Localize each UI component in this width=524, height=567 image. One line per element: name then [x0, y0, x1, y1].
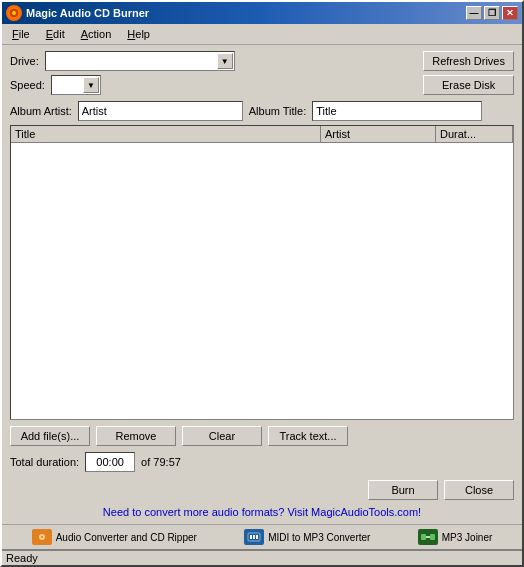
title-bar: Magic Audio CD Burner — ❐ ✕ [2, 2, 522, 24]
bottom-item-cd-ripper[interactable]: Audio Converter and CD Ripper [32, 529, 197, 545]
svg-rect-8 [256, 535, 258, 539]
main-content: Drive: ▼ Speed: ▼ Refresh Drives Erase D… [2, 45, 522, 524]
svg-rect-9 [421, 534, 426, 540]
window-controls: — ❐ ✕ [466, 6, 518, 20]
track-buttons: Add file(s)... Remove Clear Track text..… [10, 426, 514, 446]
app-icon [6, 5, 22, 21]
of-label: of 79:57 [141, 456, 181, 468]
speed-row: Speed: ▼ [10, 75, 423, 95]
midi-label: MIDI to MP3 Converter [268, 532, 370, 543]
svg-point-1 [12, 11, 16, 15]
drive-row: Drive: ▼ [10, 51, 423, 71]
speed-combo[interactable]: ▼ [51, 75, 101, 95]
total-duration-label: Total duration: [10, 456, 79, 468]
burn-button[interactable]: Burn [368, 480, 438, 500]
restore-button[interactable]: ❐ [484, 6, 500, 20]
left-controls: Drive: ▼ Speed: ▼ [10, 51, 423, 95]
main-window: Magic Audio CD Burner — ❐ ✕ File Edit Ac… [0, 0, 524, 567]
minimize-button[interactable]: — [466, 6, 482, 20]
cd-ripper-label: Audio Converter and CD Ripper [56, 532, 197, 543]
close-window-button[interactable]: Close [444, 480, 514, 500]
album-artist-input[interactable] [78, 101, 243, 121]
table-body [11, 143, 513, 419]
status-bar: Ready [2, 549, 522, 565]
joiner-icon [418, 529, 438, 545]
menu-help[interactable]: Help [121, 26, 156, 42]
col-duration: Durat... [436, 126, 513, 142]
table-header: Title Artist Durat... [11, 126, 513, 143]
track-text-button[interactable]: Track text... [268, 426, 348, 446]
svg-rect-7 [253, 535, 255, 539]
drive-combo-arrow[interactable]: ▼ [217, 53, 233, 69]
col-title: Title [11, 126, 321, 142]
clear-button[interactable]: Clear [182, 426, 262, 446]
menu-edit[interactable]: Edit [40, 26, 71, 42]
add-files-button[interactable]: Add file(s)... [10, 426, 90, 446]
bottom-app-bar: Audio Converter and CD Ripper MIDI to MP… [2, 524, 522, 549]
speed-label: Speed: [10, 79, 45, 91]
cd-ripper-icon [32, 529, 52, 545]
promo-link[interactable]: Need to convert more audio formats? Visi… [10, 506, 514, 518]
joiner-label: MP3 Joiner [442, 532, 493, 543]
album-artist-label: Album Artist: [10, 105, 72, 117]
status-text: Ready [6, 552, 38, 564]
bottom-item-midi[interactable]: MIDI to MP3 Converter [244, 529, 370, 545]
remove-button[interactable]: Remove [96, 426, 176, 446]
drive-combo[interactable]: ▼ [45, 51, 235, 71]
menu-file[interactable]: File [6, 26, 36, 42]
erase-disk-button[interactable]: Erase Disk [423, 75, 514, 95]
album-title-input[interactable] [312, 101, 482, 121]
svg-rect-6 [250, 535, 252, 539]
album-title-label: Album Title: [249, 105, 306, 117]
menu-action[interactable]: Action [75, 26, 118, 42]
track-table: Title Artist Durat... [10, 125, 514, 420]
album-row: Album Artist: Album Title: [10, 101, 514, 121]
svg-point-4 [41, 536, 43, 538]
refresh-drives-button[interactable]: Refresh Drives [423, 51, 514, 71]
speed-combo-arrow[interactable]: ▼ [83, 77, 99, 93]
window-title: Magic Audio CD Burner [26, 7, 466, 19]
action-buttons: Burn Close [10, 480, 514, 500]
duration-row: Total duration: of 79:57 [10, 452, 514, 472]
close-button[interactable]: ✕ [502, 6, 518, 20]
right-buttons: Refresh Drives Erase Disk [423, 51, 514, 95]
duration-value[interactable] [85, 452, 135, 472]
bottom-item-joiner[interactable]: MP3 Joiner [418, 529, 493, 545]
svg-rect-10 [430, 534, 435, 540]
drive-speed-section: Drive: ▼ Speed: ▼ Refresh Drives Erase D… [10, 51, 514, 95]
col-artist: Artist [321, 126, 436, 142]
midi-icon [244, 529, 264, 545]
drive-label: Drive: [10, 55, 39, 67]
menu-bar: File Edit Action Help [2, 24, 522, 45]
